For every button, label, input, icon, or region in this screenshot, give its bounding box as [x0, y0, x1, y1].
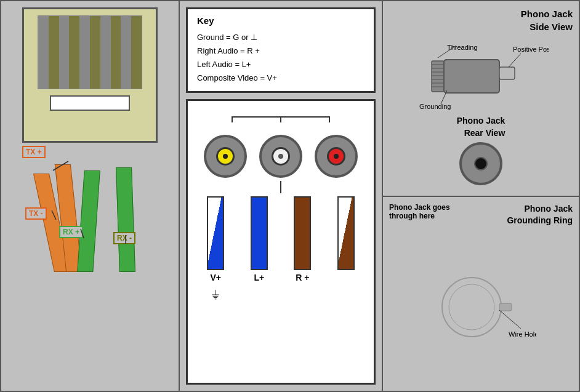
svg-text:Threading: Threading: [447, 44, 478, 51]
stripe: [79, 16, 90, 89]
stripe: [49, 16, 59, 89]
rear-view-title: Phono JackRear View: [457, 115, 505, 139]
connector-line-tx-plus: [22, 155, 71, 174]
cable-r-label: R +: [296, 273, 309, 282]
cable-l-area: L+: [251, 196, 268, 282]
key-box: Key Ground = G or ⊥ Right Audio = R + Le…: [186, 7, 376, 93]
grounding-title: Phono JackGrounding Ring: [507, 203, 573, 227]
cable-l-label: L+: [254, 273, 264, 282]
svg-point-22: [449, 284, 494, 330]
stripes-area: [38, 15, 142, 89]
right-bottom: Phono Jack goesthrough here Phono JackGr…: [383, 197, 579, 391]
svg-text:Positive Post: Positive Post: [513, 46, 549, 53]
jack-yellow-inner: [216, 147, 235, 166]
connector-line-rx-minus: [113, 229, 144, 247]
jack-yellow: [204, 135, 247, 178]
key-line-3: Left Audio = L+: [197, 58, 365, 71]
cable-rx-minus: [116, 167, 135, 272]
ground-symbol: ⏚: [212, 287, 219, 301]
svg-point-21: [442, 278, 501, 337]
grounding-ring-svg: Wire Hole: [425, 270, 536, 344]
cables-area: TX + TX - RX + RX -: [22, 149, 158, 272]
jack-yellow-dot: [223, 154, 228, 159]
left-panel: TX + TX - RX + RX -: [1, 1, 180, 391]
cable-s-label: [345, 273, 347, 282]
floppy-slot: [50, 95, 130, 111]
svg-line-2: [81, 229, 84, 238]
cable-r-area: R +: [294, 196, 311, 282]
jack-diagram: V+ ⏚ L+ R +: [186, 99, 376, 385]
svg-line-1: [52, 210, 56, 220]
computer-box: [22, 7, 158, 143]
key-line-1: Ground = G or ⊥: [197, 31, 365, 44]
grounding-ring-area: Wire Hole: [389, 230, 573, 385]
cable-v-area: V+ ⏚: [207, 196, 224, 282]
jacks-row: [204, 135, 358, 178]
cable-r-bar: [294, 196, 311, 270]
cable-l-bar: [251, 196, 268, 270]
jack-white: [259, 135, 302, 178]
cable-s-area: [337, 196, 355, 282]
phono-goes-text: Phono Jack goesthrough here: [389, 203, 450, 220]
cable-rx-plus: [77, 170, 100, 272]
stripe: [100, 16, 111, 89]
phono-side-view-svg: Threading Grounding Positive Post: [413, 42, 549, 110]
right-panel: Phono JackSide View: [383, 1, 579, 391]
stripe: [131, 16, 142, 89]
stripe: [38, 16, 49, 89]
svg-line-18: [509, 54, 521, 67]
jack-red: [315, 135, 358, 178]
phono-rear: [459, 142, 502, 185]
jack-white-dot: [278, 154, 283, 159]
jack-red-dot: [334, 154, 339, 159]
stripe: [59, 16, 70, 89]
stripe: [90, 16, 100, 89]
svg-text:Grounding: Grounding: [419, 103, 451, 110]
jack-white-inner: [272, 147, 290, 166]
stripe: [121, 16, 131, 89]
phono-rear-inner: [474, 157, 488, 170]
cable-s-bar: [337, 196, 355, 270]
top-wire: [216, 110, 345, 122]
side-view-area: Threading Grounding Positive Post Phono …: [389, 36, 573, 190]
grounding-header: Phono Jack goesthrough here Phono JackGr…: [389, 203, 573, 230]
svg-rect-13: [499, 67, 515, 79]
svg-line-0: [53, 161, 68, 170]
stripe: [111, 16, 121, 89]
key-line-2: Right Audio = R +: [197, 44, 365, 58]
rear-view-jack-container: [457, 142, 505, 185]
side-view-title: Phono JackSide View: [389, 7, 573, 33]
middle-panel: Key Ground = G or ⊥ Right Audio = R + Le…: [180, 1, 383, 391]
cable-v-bar: [207, 196, 224, 270]
connector-line-rx-plus: [59, 223, 96, 241]
ground-wire-area: [280, 181, 281, 193]
right-top: Phono JackSide View: [383, 1, 579, 197]
key-title: Key: [197, 15, 365, 26]
cable-v-label: V+: [210, 273, 221, 282]
stripe: [69, 16, 79, 89]
key-line-4: Composite Video = V+: [197, 71, 365, 85]
cable-bars-area: V+ ⏚ L+ R +: [188, 196, 374, 383]
jack-red-inner: [327, 147, 345, 166]
svg-rect-12: [444, 60, 499, 93]
svg-text:Wire Hole: Wire Hole: [509, 330, 536, 338]
svg-line-16: [441, 90, 447, 104]
main-container: TX + TX - RX + RX -: [0, 0, 580, 392]
rear-view-section: Phono JackRear View: [457, 115, 505, 185]
connector-line-tx-minus: [22, 204, 71, 223]
svg-rect-23: [499, 303, 512, 311]
